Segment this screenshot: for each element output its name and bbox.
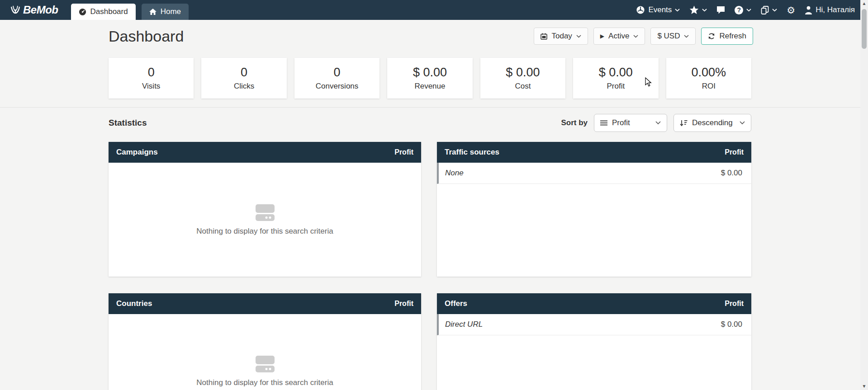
chevron-down-icon: [576, 35, 581, 38]
panel-title: Countries: [116, 299, 152, 308]
toolbar: Today ▶ Active $ USD: [534, 28, 753, 45]
events-menu[interactable]: Events: [636, 5, 680, 14]
row-value: $ 0.00: [721, 320, 742, 329]
bemob-logo[interactable]: BeMob: [10, 0, 58, 20]
tab-home[interactable]: Home: [142, 4, 189, 20]
tab-home-label: Home: [161, 7, 181, 16]
events-icon: [636, 5, 645, 14]
dashboard-gauge-icon: [79, 8, 86, 16]
scroll-up-icon[interactable]: ▲: [862, 0, 867, 7]
chevron-down-icon: [772, 9, 777, 12]
table-row[interactable]: Direct URL $ 0.00: [437, 314, 751, 335]
refresh-label: Refresh: [719, 32, 746, 41]
currency-label: $ USD: [657, 32, 680, 41]
page-header: Dashboard Today ▶ Active $: [109, 25, 753, 47]
panel-metric-label: Profit: [394, 300, 413, 308]
tab-dashboard-label: Dashboard: [90, 7, 128, 16]
panel-offers: Offers Profit Direct URL $ 0.00: [437, 293, 751, 390]
messages-button[interactable]: [716, 6, 725, 14]
refresh-icon: [708, 33, 715, 40]
favorites-menu[interactable]: [689, 5, 707, 14]
pages-icon: [761, 6, 769, 14]
settings-button[interactable]: ⚙: [787, 5, 795, 15]
empty-state: Nothing to display for this search crite…: [109, 314, 421, 390]
sort-by-label: Sort by: [561, 118, 588, 127]
empty-state: Nothing to display for this search crite…: [109, 163, 421, 277]
stat-card-visits: 0 Visits: [109, 58, 194, 99]
top-navbar: BeMob Dashboard Home: [0, 0, 860, 20]
sort-field-value: Profit: [612, 118, 630, 127]
currency-button[interactable]: $ USD: [650, 28, 696, 45]
chevron-down-icon: [740, 121, 745, 125]
date-range-label: Today: [551, 32, 572, 41]
events-label: Events: [648, 5, 672, 14]
panel-title: Traffic sources: [445, 148, 499, 157]
scrollbar-thumb[interactable]: [862, 9, 867, 49]
page-title: Dashboard: [109, 28, 184, 45]
chevron-down-icon: [675, 9, 680, 12]
gear-icon: ⚙: [787, 5, 795, 15]
calendar-icon: [541, 33, 547, 40]
status-filter-button[interactable]: ▶ Active: [593, 28, 645, 45]
chevron-down-icon: [633, 35, 638, 38]
stat-label: Conversions: [316, 82, 359, 91]
help-menu[interactable]: ?: [735, 6, 751, 14]
refresh-button[interactable]: Refresh: [701, 28, 753, 45]
section-divider: [0, 107, 860, 108]
stat-label: Profit: [607, 82, 625, 91]
empty-stack-icon: [254, 355, 276, 373]
empty-state-text: Nothing to display for this search crite…: [196, 378, 333, 387]
panel-traffic-sources: Traffic sources Profit None $ 0.00: [437, 142, 751, 277]
status-filter-label: Active: [608, 32, 629, 41]
sort-direction-dropdown[interactable]: Descending: [674, 114, 751, 132]
stat-value: 0: [334, 66, 341, 80]
row-value: $ 0.00: [721, 169, 742, 178]
panel-body: Direct URL $ 0.00: [437, 314, 751, 390]
message-icon: [716, 6, 725, 14]
panel-title: Offers: [445, 299, 467, 308]
date-range-button[interactable]: Today: [534, 28, 588, 45]
panel-body: Nothing to display for this search crite…: [109, 314, 421, 390]
home-icon: [149, 9, 157, 15]
stat-card-roi: 0.00% ROI: [666, 58, 751, 99]
chevron-down-icon: [746, 9, 751, 12]
account-menu[interactable]: Hi, Наталія: [805, 5, 855, 14]
stat-card-clicks: 0 Clicks: [201, 58, 286, 99]
vertical-scrollbar[interactable]: ▲ ▼: [860, 0, 868, 390]
statistics-heading: Statistics: [109, 118, 147, 128]
chevron-down-icon: [655, 121, 661, 125]
stat-label: Cost: [515, 82, 531, 91]
stat-card-cost: $ 0.00 Cost: [480, 58, 565, 99]
row-name: Direct URL: [445, 320, 483, 329]
empty-state-text: Nothing to display for this search crite…: [196, 227, 333, 236]
row-name: None: [445, 169, 464, 178]
stat-value: 0: [148, 66, 155, 80]
sort-direction-value: Descending: [692, 118, 733, 127]
tab-dashboard[interactable]: Dashboard: [71, 4, 136, 20]
star-icon: [689, 5, 699, 14]
stat-value: $ 0.00: [413, 66, 447, 80]
sort-descending-icon: [680, 120, 688, 127]
panel-countries: Countries Profit Nothing to display for …: [109, 293, 421, 390]
statistics-header: Statistics Sort by Profit: [109, 114, 751, 132]
panel-body: Nothing to display for this search crite…: [109, 163, 421, 277]
panel-metric-label: Profit: [394, 148, 413, 156]
chevron-down-icon: [702, 9, 707, 12]
scroll-down-icon[interactable]: ▼: [862, 383, 867, 390]
panel-campaigns: Campaigns Profit Nothing to display for …: [109, 142, 421, 277]
stat-card-revenue: $ 0.00 Revenue: [387, 58, 472, 99]
panel-header: Offers Profit: [437, 293, 751, 314]
chevron-down-icon: [684, 35, 689, 38]
stat-value: 0.00%: [691, 66, 726, 80]
table-row[interactable]: None $ 0.00: [437, 163, 751, 184]
bemob-logo-text: BeMob: [23, 4, 58, 16]
sort-controls: Sort by Profit: [561, 114, 751, 132]
user-icon: [805, 6, 812, 14]
stat-value: 0: [241, 66, 247, 80]
panel-header: Campaigns Profit: [109, 142, 421, 163]
panel-header: Countries Profit: [109, 293, 421, 314]
stat-card-conversions: 0 Conversions: [294, 58, 379, 99]
workspaces-menu[interactable]: [761, 6, 777, 14]
navbar-right: Events ?: [636, 0, 860, 20]
sort-field-dropdown[interactable]: Profit: [594, 114, 667, 132]
